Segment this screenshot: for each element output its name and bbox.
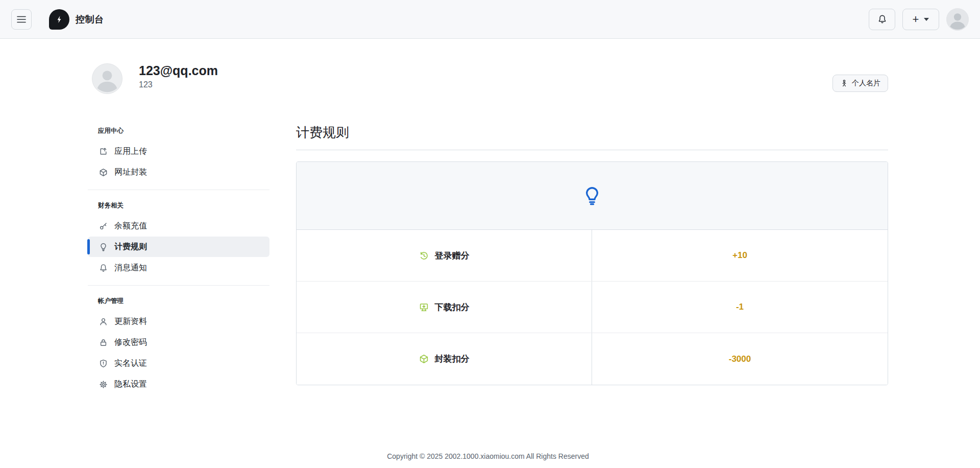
shield-icon — [99, 359, 108, 368]
notifications-button[interactable] — [869, 9, 895, 30]
sidebar-item-privacy-settings[interactable]: 隐私设置 — [88, 374, 270, 394]
sidebar-item-notifications[interactable]: 消息通知 — [88, 258, 270, 278]
hamburger-menu-button[interactable] — [11, 9, 32, 30]
page-title: 计费规则 — [296, 124, 888, 150]
gear-icon — [99, 380, 108, 389]
app-title: 控制台 — [76, 13, 104, 26]
cube-icon — [419, 354, 429, 364]
history-clock-icon — [419, 251, 429, 261]
add-button[interactable]: + — [902, 9, 939, 30]
rule-value: -1 — [592, 282, 888, 333]
rule-value: -3000 — [592, 333, 888, 385]
sidebar-item-label: 修改密码 — [114, 337, 147, 348]
sidebar-divider — [88, 190, 270, 190]
caret-down-icon — [924, 18, 929, 21]
rule-label: 登录赠分 — [435, 250, 470, 262]
rule-label-cell: 封装扣分 — [297, 333, 592, 385]
sidebar-divider — [88, 285, 270, 286]
profile-avatar — [92, 63, 122, 94]
bell-icon — [99, 264, 108, 272]
sidebar-section-heading-account: 帐户管理 — [88, 294, 270, 311]
billing-rules-table: 登录赠分 +10 下载扣分 — [296, 161, 888, 385]
rule-label: 下载扣分 — [435, 301, 470, 313]
bell-icon — [877, 14, 887, 24]
main-panel: 计费规则 — [296, 124, 888, 395]
sidebar-section-heading-apps: 应用中心 — [88, 124, 270, 141]
sidebar-item-label: 实名认证 — [114, 358, 147, 369]
table-row: 封装扣分 -3000 — [297, 333, 888, 385]
sidebar-section-heading-finance: 财务相关 — [88, 198, 270, 215]
sidebar-item-app-upload[interactable]: 应用上传 — [88, 141, 270, 161]
zap-logo-icon — [49, 9, 69, 30]
navbar-avatar[interactable] — [946, 8, 969, 31]
sidebar-item-label: 计费规则 — [114, 242, 147, 252]
person-badge-icon — [840, 79, 848, 87]
profile-email: 123@qq.com — [139, 63, 218, 78]
sidebar-item-label: 余额充值 — [114, 221, 147, 231]
sidebar-item-label: 更新资料 — [114, 316, 147, 327]
rule-value: +10 — [592, 230, 888, 281]
rule-label-cell: 登录赠分 — [297, 230, 592, 281]
brand[interactable]: 控制台 — [49, 9, 104, 30]
lightbulb-icon — [583, 184, 601, 207]
person-icon — [99, 317, 108, 326]
personal-card-label: 个人名片 — [852, 79, 880, 88]
footer-copyright: Copyright © 2025 2002.1000.xiaomiou.com … — [88, 452, 888, 460]
key-icon — [99, 222, 108, 230]
rule-label-cell: 下载扣分 — [297, 282, 592, 333]
sidebar-item-change-password[interactable]: 修改密码 — [88, 332, 270, 353]
sidebar-item-balance-recharge[interactable]: 余额充值 — [88, 216, 270, 236]
hamburger-icon — [17, 16, 26, 23]
sidebar-item-label: 应用上传 — [114, 146, 147, 157]
table-row: 登录赠分 +10 — [297, 230, 888, 282]
lightbulb-icon — [99, 243, 108, 251]
download-monitor-icon — [419, 302, 429, 312]
personal-card-button[interactable]: 个人名片 — [832, 75, 888, 92]
rule-label: 封装扣分 — [435, 353, 470, 365]
sidebar-item-label: 网址封装 — [114, 167, 147, 178]
upload-icon — [99, 147, 108, 156]
sidebar-item-url-package[interactable]: 网址封装 — [88, 162, 270, 182]
package-icon — [99, 168, 108, 177]
sidebar-item-update-profile[interactable]: 更新资料 — [88, 311, 270, 332]
plus-icon: + — [913, 13, 919, 26]
sidebar-item-realname-verification[interactable]: 实名认证 — [88, 353, 270, 373]
lock-icon — [99, 338, 108, 347]
table-header — [297, 162, 888, 230]
profile-username: 123 — [139, 80, 218, 89]
profile-header: 123@qq.com 123 个人名片 — [88, 63, 888, 94]
sidebar: 应用中心 应用上传 网址封装 — [88, 124, 270, 395]
sidebar-item-label: 消息通知 — [114, 263, 147, 273]
top-navbar: 控制台 + — [0, 0, 980, 39]
sidebar-item-label: 隐私设置 — [114, 379, 147, 390]
sidebar-item-billing-rules[interactable]: 计费规则 — [88, 237, 270, 257]
table-row: 下载扣分 -1 — [297, 282, 888, 333]
